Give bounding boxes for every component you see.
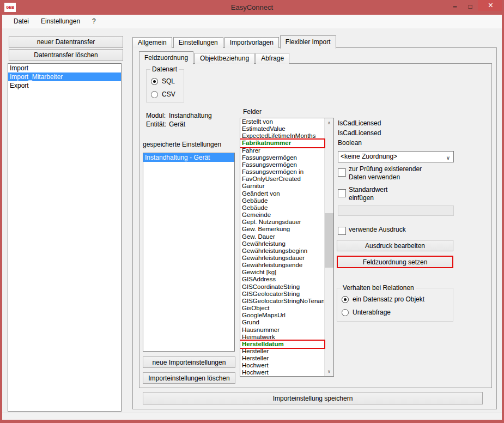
chevron-down-icon: ∨ — [446, 153, 450, 163]
sub-tab[interactable]: Objektbeziehung — [195, 53, 254, 64]
use-expression-label: verwende Ausdruck — [349, 226, 406, 234]
field-item[interactable]: Gebäude — [240, 204, 324, 211]
delete-import-settings-button[interactable]: Importeinstellungen löschen — [143, 372, 235, 384]
menu-item[interactable]: Datei — [8, 15, 35, 28]
field-item[interactable]: Gepl. Nutzungsdauer — [240, 219, 324, 226]
modul-label: Modul: — [146, 112, 166, 119]
field-item[interactable]: GISCoordinateString — [240, 283, 324, 291]
relations-radio[interactable]: ein Datensatz pro Objekt — [342, 295, 424, 304]
field-item[interactable]: Herstelldatum — [240, 341, 324, 348]
field-item[interactable]: GISGeolocatorString — [240, 291, 324, 298]
close-button[interactable]: × — [478, 0, 503, 11]
new-import-settings-button[interactable]: neue Importeinstellungen — [143, 356, 235, 368]
datenart-legend: Datenart — [150, 65, 179, 73]
fields-scrollbar[interactable]: ∧ ∨ — [324, 118, 333, 376]
sub-tab[interactable]: Feldzuordnung — [139, 51, 193, 64]
fields-list: Erstellt von EstimatedValue ExpectedLife… — [240, 118, 334, 377]
field-item[interactable]: Erstellt von — [240, 118, 324, 125]
main-tab[interactable]: Einstellungen — [173, 37, 223, 48]
radio-icon — [342, 296, 349, 303]
default-value-label: Standardwert einfügen — [349, 186, 387, 202]
maximize-button[interactable]: □ — [463, 1, 477, 11]
delete-transfer-button[interactable]: Datentransfer löschen — [9, 49, 123, 61]
field-item[interactable]: Gebäude — [240, 197, 324, 204]
radio-icon — [342, 309, 349, 316]
field-item[interactable]: Gewährleistungsende — [240, 262, 324, 269]
field-item[interactable]: ExpectedLifetimeInMonths — [240, 132, 324, 140]
datenart-radio[interactable]: CSV — [151, 90, 175, 99]
mapping-field-caption: IsCadLicensed — [338, 129, 381, 137]
relations-options: ein Datensatz pro Objekt Unterabfrage — [342, 295, 424, 317]
window-title: EasyConnect — [0, 0, 504, 15]
field-item[interactable]: Fabrikatnummer — [240, 140, 324, 147]
scroll-down-icon[interactable]: ∨ — [325, 367, 333, 376]
field-item[interactable]: Fassungsvermögen in — [240, 168, 324, 176]
field-item[interactable]: Gewährleistungsbeginn — [240, 247, 324, 255]
field-item[interactable]: Fahrer — [240, 147, 324, 154]
sub-tab[interactable]: Abfrage — [256, 53, 289, 64]
field-item[interactable]: Hochwert — [240, 362, 324, 369]
field-item[interactable]: Gewährleistungsdauer — [240, 255, 324, 262]
menu-item[interactable]: Einstellungen — [35, 15, 86, 28]
scroll-up-icon[interactable]: ∧ — [325, 118, 333, 128]
field-item[interactable]: Fassungsvermögen — [240, 161, 324, 168]
field-item[interactable]: Gew. Dauer — [240, 233, 324, 240]
new-transfer-button[interactable]: neuer Datentransfer — [9, 36, 123, 48]
modul-value: Instandhaltung — [169, 112, 212, 119]
radio-icon — [151, 78, 158, 85]
transfer-list-item[interactable]: Import — [8, 64, 121, 72]
main-tab[interactable]: Allgemein — [132, 37, 172, 48]
field-item[interactable]: GISGeolocatorStringNoTenant — [240, 298, 324, 305]
field-item[interactable]: Heimatwerk — [240, 334, 324, 341]
field-item[interactable]: Hersteller — [240, 348, 324, 355]
mapping-field-name: IsCadLicensed — [338, 119, 381, 127]
titlebar: GEB EasyConnect — [0, 0, 504, 15]
transfer-list-item[interactable]: Export — [8, 81, 121, 90]
field-item[interactable]: FavOnlyUserCreated — [240, 176, 324, 183]
saved-settings-item[interactable]: Instandhaltung - Gerät — [143, 153, 234, 162]
radio-icon — [151, 91, 158, 98]
minimize-button[interactable]: – — [448, 1, 462, 11]
field-item[interactable]: Geändert von — [240, 190, 324, 197]
menu-item[interactable]: ? — [86, 15, 102, 28]
main-tab[interactable]: Flexibler Import — [280, 35, 336, 49]
field-item[interactable]: Gewährleistung — [240, 240, 324, 247]
edit-expression-button[interactable]: Ausdruck bearbeiten — [337, 240, 453, 251]
check-existing-checkbox[interactable] — [338, 168, 346, 177]
relations-radio[interactable]: Unterabfrage — [342, 308, 424, 317]
field-item[interactable]: Hochwert — [240, 369, 324, 376]
app-window: GEB EasyConnect – □ × DateiEinstellungen… — [0, 0, 504, 423]
assignment-dropdown[interactable]: <keine Zuordnung> ∨ — [338, 151, 454, 162]
field-item[interactable]: Garnitur — [240, 183, 324, 190]
field-item[interactable]: GISAddress — [240, 276, 324, 283]
menu-bar: DateiEinstellungen? — [2, 15, 502, 28]
main-tabstrip: AllgemeinEinstellungenImportvorlagenFlex… — [132, 35, 337, 48]
relations-legend: Verhalten bei Relationen — [341, 284, 416, 292]
save-import-settings-button[interactable]: Importeinstellung speichern — [143, 392, 483, 404]
fields-rows: Erstellt von EstimatedValue ExpectedLife… — [240, 118, 324, 377]
field-item[interactable]: Fassungsvermögen — [240, 154, 324, 161]
default-value-input — [338, 206, 454, 216]
field-item[interactable]: GisObject — [240, 305, 324, 312]
field-item[interactable]: Gemeinde — [240, 211, 324, 219]
default-value-checkbox[interactable] — [338, 189, 346, 197]
fields-label: Felder — [243, 108, 262, 116]
transfer-list-item[interactable]: Import_Mitarbeiter — [8, 72, 121, 81]
transfer-list: Import Import_Mitarbeiter Export — [8, 63, 122, 412]
field-item[interactable]: Hersteller — [240, 355, 324, 362]
field-item[interactable]: Hausnummer — [240, 327, 324, 334]
saved-settings-label: gespeicherte Einstellungen — [143, 141, 221, 148]
field-item[interactable]: EstimatedValue — [240, 125, 324, 132]
set-mapping-button[interactable]: Feldzuordnung setzen — [337, 256, 453, 268]
field-item[interactable]: Grund — [240, 319, 324, 326]
scrollbar-thumb[interactable] — [325, 213, 333, 268]
entitaet-value: Gerät — [169, 120, 185, 128]
main-tab[interactable]: Importvorlagen — [224, 37, 279, 48]
use-expression-checkbox[interactable] — [338, 227, 346, 235]
field-item[interactable]: Gewicht [kg] — [240, 269, 324, 276]
field-item[interactable]: Gew. Bemerkung — [240, 226, 324, 233]
status-bar — [2, 413, 502, 420]
datenart-radio[interactable]: SQL — [151, 77, 175, 86]
field-item[interactable]: GoogleMapsUrl — [240, 312, 324, 319]
saved-settings-list: Instandhaltung - Gerät — [143, 153, 235, 352]
